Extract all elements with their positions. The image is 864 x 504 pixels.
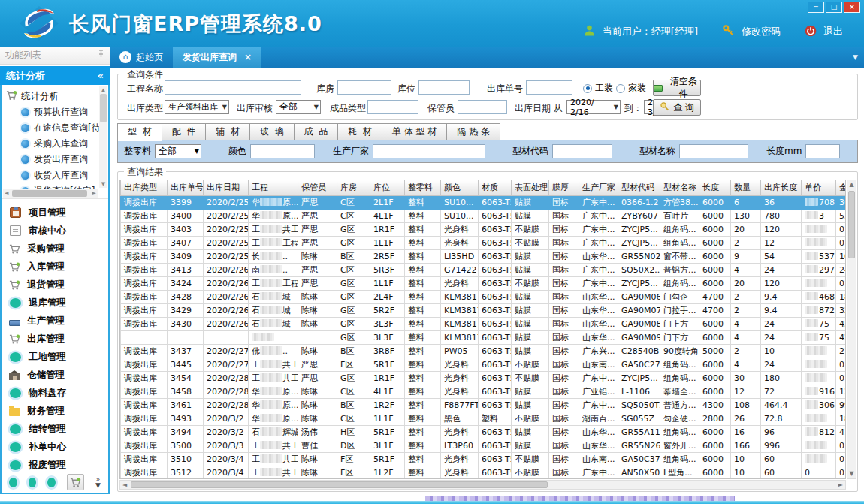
tab-close-icon[interactable]: × bbox=[244, 52, 252, 62]
sidebar-group-2[interactable]: 审核中心 bbox=[2, 222, 108, 240]
table-row[interactable]: 调拨出库35002020/3/3工共工程曹佳D区3L1F整料LT3P606063… bbox=[121, 439, 847, 452]
table-row[interactable]: 调拨出库34942020/3/2石辉城汤伟H区5R1F整料光身料6063-T5贴… bbox=[121, 425, 847, 439]
table-row[interactable]: 调拨出库34582020/2/28华原...陈琳C区4L1F整料光身料6063-… bbox=[121, 385, 847, 398]
sidebar-group-10[interactable]: 仓储管理 bbox=[2, 366, 108, 384]
material-tab-4[interactable]: 玻 璃 bbox=[250, 123, 295, 140]
radio-jiazhuang[interactable]: 家装 bbox=[616, 82, 646, 95]
scroll-down-icon[interactable]: ▼ bbox=[99, 180, 107, 188]
column-header[interactable]: 保管员 bbox=[298, 180, 337, 195]
sidebar-group-4[interactable]: 入库管理 bbox=[2, 258, 108, 276]
sidebar-group-12[interactable]: 财务管理 bbox=[2, 402, 108, 420]
table-row[interactable]: 调拨出库34242020/2/26工工程严思G区1L1F整料光身料6063-T5… bbox=[121, 276, 847, 290]
scroll-up-icon[interactable]: ▲ bbox=[847, 180, 856, 189]
tree-item-2[interactable]: 在途信息查询[待 bbox=[6, 120, 98, 136]
logout-link[interactable]: 退出 bbox=[823, 25, 843, 38]
column-header[interactable]: 数量 bbox=[731, 180, 761, 195]
sidebar-group-3[interactable]: 采购管理 bbox=[2, 240, 108, 258]
radio-gongzhuang[interactable]: 工装 bbox=[583, 82, 613, 95]
table-vertical-scrollbar[interactable]: ▲ ▼ bbox=[847, 180, 856, 479]
scroll-left-icon[interactable]: ◄ bbox=[5, 189, 8, 198]
scroll-up-icon[interactable]: ▲ bbox=[99, 86, 107, 94]
tree-item-1[interactable]: 预算执行查询 bbox=[6, 104, 98, 120]
tree-item-3[interactable]: 采购入库查询 bbox=[6, 136, 98, 152]
tree-item-4[interactable]: 发货出库查询 bbox=[6, 152, 98, 167]
table-row[interactable]: 调拨出库34072020/2/25工工程严思G区1L1F整料光身料6063-T5… bbox=[121, 236, 847, 249]
table-row[interactable]: 调拨出库35102020/3/4工共工程陈琳F区5R1F整料光身料6063-T5… bbox=[121, 452, 847, 466]
table-row[interactable]: 调拨出库34302020/2/26石城陈琳G区3L3F整料KLM38176063… bbox=[121, 317, 847, 330]
material-tab-3[interactable]: 辅 材 bbox=[206, 123, 250, 140]
toolbar-overflow-button[interactable]: »▼ bbox=[95, 476, 101, 488]
tree-vertical-scrollbar[interactable]: ▲ ▼ bbox=[99, 86, 107, 188]
table-row[interactable]: 调拨出库34372020/2/27佛..陈琳B区3R8F整料PW056063-T… bbox=[121, 344, 847, 358]
column-header[interactable]: 型材名称 bbox=[660, 180, 699, 195]
date-from-picker[interactable]: 2020/ 2/16▼ bbox=[566, 100, 621, 114]
sidebar-section-header[interactable]: 统计分析 « bbox=[0, 66, 110, 85]
scroll-thumb[interactable] bbox=[131, 481, 548, 488]
collapse-icon[interactable]: « bbox=[98, 66, 104, 85]
column-header[interactable]: 长度 bbox=[699, 180, 731, 195]
table-row[interactable]: 调拨出库34032020/2/25工共工程严思G区1R1F整料光身料6063-T… bbox=[121, 222, 847, 236]
table-row[interactable]: 调拨出库34612020/2/28华原...陈琳B区1R2F整料F8877FT6… bbox=[121, 398, 847, 412]
maximize-button[interactable]: □ bbox=[826, 2, 842, 13]
clear-conditions-button[interactable]: 清空条件 bbox=[653, 80, 701, 96]
tree-root[interactable]: 统计分析 bbox=[6, 88, 98, 104]
scroll-thumb[interactable] bbox=[848, 191, 855, 258]
tab-shipment-query[interactable]: 发货出库查询 × bbox=[173, 47, 261, 68]
column-header[interactable]: 出库长度 bbox=[761, 180, 802, 195]
material-tab-7[interactable]: 单 体 型 材 bbox=[382, 123, 447, 140]
profile-code-input[interactable] bbox=[552, 144, 612, 158]
scroll-thumb[interactable] bbox=[12, 190, 87, 197]
scroll-thumb[interactable] bbox=[100, 94, 107, 122]
sidebar-group-7[interactable]: 生产管理 bbox=[2, 312, 108, 330]
toolbar-circle-icon[interactable] bbox=[29, 478, 37, 487]
material-tab-6[interactable]: 耗 材 bbox=[338, 123, 382, 140]
project-name-input[interactable] bbox=[165, 80, 301, 95]
tab-home[interactable]: ⌂ 起始页 bbox=[110, 47, 173, 68]
sidebar-group-1[interactable]: 项目管理 bbox=[2, 204, 108, 222]
column-header[interactable]: 颜色 bbox=[441, 180, 479, 195]
column-header[interactable]: 整零料 bbox=[405, 180, 441, 195]
change-password-link[interactable]: 修改密码 bbox=[742, 25, 781, 38]
column-header[interactable]: 工程 bbox=[249, 180, 298, 195]
minimize-button[interactable]: ─ bbox=[808, 2, 824, 13]
column-header[interactable]: 生产厂家 bbox=[579, 180, 618, 195]
sidebar-group-5[interactable]: 退货管理 bbox=[2, 276, 108, 294]
tree-horizontal-scrollbar[interactable]: ◄ ► bbox=[3, 189, 98, 198]
table-row[interactable]: 调拨出库35122020/3/4工共工程陈琳F区1L2F整料光身料6063-T5… bbox=[121, 466, 847, 479]
column-header[interactable]: 库位 bbox=[370, 180, 405, 195]
column-header[interactable]: 金额 bbox=[836, 180, 847, 195]
length-input[interactable] bbox=[805, 144, 840, 158]
product-type-input[interactable] bbox=[367, 100, 418, 114]
table-row[interactable]: 调拨出库33992020/2/25华原...严思C区2L1F整料SU10...6… bbox=[121, 195, 847, 209]
warehouse-input[interactable] bbox=[337, 80, 391, 95]
order-no-input[interactable] bbox=[526, 80, 572, 95]
column-header[interactable]: 表面处理 bbox=[512, 180, 549, 195]
table-row[interactable]: G区3L3F整料KLM38176063-T5贴膜国标山东华...GA90M09.… bbox=[121, 330, 847, 344]
color-input[interactable] bbox=[250, 144, 315, 158]
sidebar-group-13[interactable]: 结转管理 bbox=[2, 420, 108, 438]
table-row[interactable]: 调拨出库34132020/2/26南..严思C区5R3F整料G714226063… bbox=[121, 263, 847, 276]
sidebar-group-11[interactable]: 物料盘存 bbox=[2, 384, 108, 402]
material-tab-1[interactable]: 型 材 bbox=[117, 123, 162, 141]
keeper-input[interactable] bbox=[458, 100, 507, 114]
pin-icon[interactable] bbox=[98, 47, 104, 64]
column-header[interactable]: 单价 bbox=[802, 180, 836, 195]
table-row[interactable]: 调拨出库34452020/2/27工共工程严思F区5R1F整料光身料6063-T… bbox=[121, 358, 847, 371]
tab-list-caret-icon[interactable]: ▼ bbox=[853, 53, 858, 61]
scroll-left-icon[interactable]: ◄ bbox=[122, 481, 127, 490]
tree-item-5[interactable]: 收货入库查询 bbox=[6, 167, 98, 183]
material-tab-5[interactable]: 成 品 bbox=[295, 123, 339, 140]
table-row[interactable]: 调拨出库34092020/2/25长..陈琳B区2R5F整料LI35HD6063… bbox=[121, 249, 847, 263]
sidebar-group-8[interactable]: 出库管理 bbox=[2, 330, 108, 348]
column-header[interactable]: 材质 bbox=[479, 180, 512, 195]
audit-select[interactable]: 全部▼ bbox=[276, 100, 321, 114]
table-row[interactable]: 调拨出库34932020/3/2华原...陈琳C区1L1F整料黑色塑料不贴膜国标… bbox=[121, 412, 847, 425]
sidebar-group-9[interactable]: 工地管理 bbox=[2, 348, 108, 366]
scroll-right-icon[interactable]: ► bbox=[92, 189, 96, 198]
column-header[interactable]: 出库类型 bbox=[121, 180, 168, 195]
sidebar-group-6[interactable]: 退库管理 bbox=[2, 294, 108, 312]
column-header[interactable]: 出库单号 bbox=[168, 180, 204, 195]
close-button[interactable]: × bbox=[844, 2, 860, 13]
table-row[interactable]: 调拨出库34282020/2/26石城陈琳G区2L4F整料KLM38176063… bbox=[121, 290, 847, 303]
column-header[interactable]: 出库日期 bbox=[204, 180, 249, 195]
